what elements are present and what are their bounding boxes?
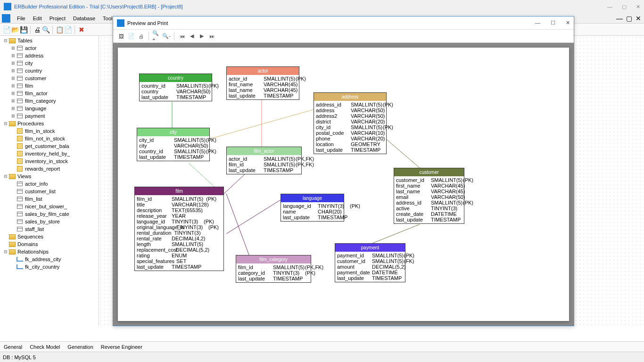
proc-icon-icon: [16, 150, 24, 157]
tree-proc-film_in_stock[interactable]: film_in_stock: [0, 127, 99, 135]
table-icon-icon: [16, 226, 24, 232]
maximize-icon[interactable]: ▢: [622, 4, 627, 10]
tab-general[interactable]: General: [4, 344, 22, 350]
entity-customer[interactable]: customercustomer_idSMALLINT(5)(PK)first_…: [394, 168, 464, 224]
entity-film_actor[interactable]: film_actoractor_idSMALLINT(5)(PK,FK)film…: [226, 147, 302, 174]
expander-icon[interactable]: ⊟: [3, 121, 8, 126]
preview-minimize-icon[interactable]: —: [535, 20, 540, 26]
entity-actor[interactable]: actoractor_idSMALLINT(5)(PK)first_nameVA…: [226, 66, 299, 100]
menu-file[interactable]: File: [13, 15, 29, 22]
tree-table-language[interactable]: ⊞language: [0, 105, 99, 112]
tree-relationships[interactable]: ⊟Relationships: [0, 248, 99, 255]
menu-edit[interactable]: Edit: [29, 15, 46, 22]
last-page-icon[interactable]: ⏭: [207, 32, 216, 41]
tree-table-address[interactable]: ⊞address: [0, 52, 99, 59]
entity-language[interactable]: languagelanguage_idTINYINT(3)(PK)nameCHA…: [281, 194, 344, 222]
entity-film[interactable]: filmfilm_idSMALLINT(5)(PK)titleVARCHAR(1…: [134, 187, 224, 271]
mdi-minimize-icon[interactable]: —: [616, 15, 623, 22]
preview-maximize-icon[interactable]: ☐: [551, 20, 555, 26]
tree-table-country[interactable]: ⊞country: [0, 67, 99, 74]
tree-proc-film_not_in_stock[interactable]: film_not_in_stock: [0, 135, 99, 142]
tree-proc-get_customer_bala[interactable]: get_customer_bala: [0, 142, 99, 150]
tree-label: inventory_in_stock: [25, 158, 68, 164]
tree-table-film[interactable]: ⊞film: [0, 82, 99, 90]
expander-icon[interactable]: ⊞: [10, 114, 16, 118]
expander-icon[interactable]: ⊞: [10, 76, 16, 81]
preview-icon[interactable]: 🔍: [42, 26, 50, 33]
tree-proc-rewards_report[interactable]: rewards_report: [0, 165, 99, 173]
delete-icon[interactable]: ✖: [78, 26, 85, 33]
tree-domains[interactable]: Domains: [0, 240, 99, 248]
tree-table-city[interactable]: ⊞city: [0, 59, 99, 67]
open-file-icon[interactable]: 📂: [11, 26, 19, 33]
tree-view-staff_list[interactable]: staff_list: [0, 225, 99, 233]
tree-view-sales_by_store[interactable]: sales_by_store: [0, 218, 99, 225]
tree-label: Sequences: [17, 234, 43, 239]
tree-view-customer_list[interactable]: customer_list: [0, 188, 99, 195]
expander-icon[interactable]: ⊞: [10, 68, 16, 73]
tree-table-payment[interactable]: ⊞payment: [0, 112, 99, 120]
folder-icon-icon: [8, 120, 16, 127]
copy-icon[interactable]: 📋: [56, 26, 63, 33]
print-icon[interactable]: 🖨: [33, 26, 41, 33]
entity-film_category[interactable]: film_categoryfilm_idSMALLINT(5)(PK,FK)ca…: [236, 255, 311, 283]
expander-icon[interactable]: ⊞: [10, 83, 16, 88]
expander-icon[interactable]: ⊟: [3, 174, 8, 179]
tree-procedures[interactable]: ⊟Procedures: [0, 120, 99, 127]
image-icon[interactable]: 🖼: [117, 32, 125, 41]
tree-table-actor[interactable]: ⊞actor: [0, 44, 99, 52]
printer-icon[interactable]: 🖨: [137, 32, 145, 41]
menu-database[interactable]: Database: [69, 15, 99, 22]
next-page-icon[interactable]: ▶: [198, 32, 206, 41]
expander-icon[interactable]: ⊟: [3, 38, 8, 43]
preview-canvas[interactable]: countrycountry_idSMALLINT(5)(PK)countryV…: [113, 43, 574, 326]
mdi-restore-icon[interactable]: ▢: [625, 15, 633, 22]
tree-table-film_category[interactable]: ⊞film_category: [0, 97, 99, 105]
entity-payment[interactable]: paymentpayment_idSMALLINT(5)(PK)customer…: [335, 243, 405, 282]
expander-icon[interactable]: ⊞: [10, 99, 16, 103]
tree-view-actor_info[interactable]: actor_info: [0, 180, 99, 188]
preview-close-icon[interactable]: ✕: [566, 20, 570, 26]
column-row: create_dateDATETIME: [396, 211, 462, 217]
tree-rel-fk_city_country[interactable]: fk_city_country: [0, 263, 99, 271]
column-row: descriptionTEXT(65535): [137, 207, 222, 213]
expander-icon[interactable]: ⊞: [10, 61, 16, 66]
tree-tables[interactable]: ⊟Tables: [0, 37, 99, 44]
zoom-in-icon[interactable]: 🔍+: [152, 32, 161, 41]
tree-view-nicer_but_slower_[interactable]: nicer_but_slower_: [0, 203, 99, 210]
tree-view-film_list[interactable]: film_list: [0, 195, 99, 203]
tab-reverse-engineer[interactable]: Reverse Engineer: [101, 344, 142, 350]
first-page-icon[interactable]: ⏮: [178, 32, 186, 41]
entity-country[interactable]: countrycountry_idSMALLINT(5)(PK)countryV…: [139, 74, 212, 101]
expander-icon[interactable]: ⊞: [10, 53, 16, 58]
tab-generation[interactable]: Generation: [67, 344, 93, 350]
tree-table-film_actor[interactable]: ⊞film_actor: [0, 90, 99, 97]
tree-view-sales_by_film_cate[interactable]: sales_by_film_cate: [0, 210, 99, 218]
tree-views[interactable]: ⊟Views: [0, 173, 99, 180]
tab-check-model[interactable]: Check Model: [30, 344, 60, 350]
menu-project[interactable]: Project: [46, 15, 69, 22]
object-browser[interactable]: ⊟Tables⊞actor⊞address⊞city⊞country⊞custo…: [0, 36, 99, 325]
tree-proc-inventory_in_stock[interactable]: inventory_in_stock: [0, 157, 99, 165]
close-icon[interactable]: ✕: [636, 4, 640, 10]
tree-label: Relationships: [17, 249, 49, 255]
tree-rel-fk_address_city[interactable]: fk_address_city: [0, 255, 99, 263]
entity-address[interactable]: addressaddress_idSMALLINT(5)(PK)addressV…: [314, 92, 387, 154]
expander-icon[interactable]: ⊞: [10, 91, 16, 96]
tree-table-customer[interactable]: ⊞customer: [0, 74, 99, 82]
new-file-icon[interactable]: 📄: [3, 26, 10, 33]
tree-proc-inventory_held_by_[interactable]: inventory_held_by_: [0, 150, 99, 157]
expander-icon[interactable]: ⊞: [10, 106, 16, 111]
entity-city[interactable]: citycity_idSMALLINT(5)(PK)cityVARCHAR(50…: [137, 128, 210, 161]
paste-icon[interactable]: 📄: [64, 26, 72, 33]
export-icon[interactable]: 📄: [127, 32, 135, 41]
tree-sequences[interactable]: Sequences: [0, 233, 99, 240]
mdi-close-icon[interactable]: ✕: [635, 15, 642, 22]
prev-page-icon[interactable]: ◀: [188, 32, 196, 41]
zoom-out-icon[interactable]: 🔍-: [162, 32, 171, 41]
expander-icon[interactable]: ⊟: [3, 249, 8, 254]
expander-icon[interactable]: ⊞: [10, 46, 16, 50]
table-icon-icon: [16, 67, 24, 74]
minimize-icon[interactable]: —: [607, 4, 612, 10]
save-icon[interactable]: 💾: [20, 26, 27, 33]
